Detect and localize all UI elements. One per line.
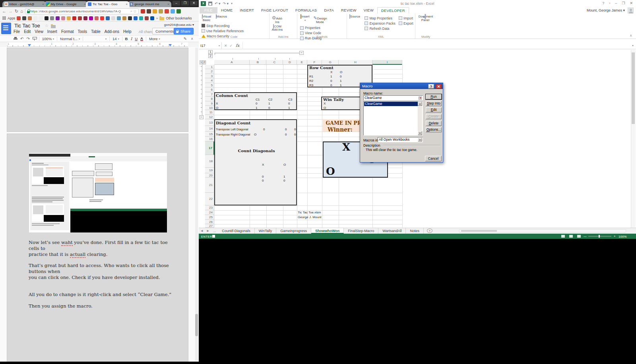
cell-value[interactable]: X xyxy=(262,163,264,167)
row-header-20[interactable]: 20 xyxy=(205,173,214,178)
cell-value[interactable]: 1 xyxy=(288,106,290,110)
file-name-cell[interactable]: Tic Tac Toe.xlsm xyxy=(298,211,321,214)
row-header-3[interactable]: 3 xyxy=(205,74,214,78)
bookmark-favicon[interactable] xyxy=(95,16,99,20)
extension-icon[interactable] xyxy=(153,9,157,14)
browser-tab[interactable]: MInbox - gxm204@× xyxy=(2,1,46,7)
extension-icon[interactable] xyxy=(171,9,175,14)
close-button[interactable]: ✕ xyxy=(630,1,633,5)
row-outline-level-1[interactable]: 1 xyxy=(200,60,203,64)
macro-name-input[interactable]: ClearGame xyxy=(363,95,423,101)
document-canvas[interactable]: Now let’s see waht you’ve done. First fi… xyxy=(0,47,199,362)
bookmark-favicon[interactable] xyxy=(50,16,54,20)
confirm-entry-icon[interactable]: ✓ xyxy=(230,44,233,48)
font-select[interactable]: ▾ xyxy=(86,37,107,40)
cancel-entry-icon[interactable]: ✕ xyxy=(224,44,227,48)
row-header-23[interactable]: 23 xyxy=(205,205,214,210)
row-header-15[interactable]: 15 xyxy=(205,132,214,137)
cell-value[interactable]: 0 xyxy=(330,83,332,87)
macros-in-select[interactable]: All Open Workbooks▼ xyxy=(378,137,423,142)
collapse-group-button[interactable]: − xyxy=(299,51,304,55)
new-sheet-button[interactable]: + xyxy=(427,228,432,233)
bookmark-favicon[interactable] xyxy=(111,16,115,20)
undo-icon[interactable]: ↶ xyxy=(20,37,23,41)
browser-tab[interactable]: My Drive - Google× xyxy=(44,1,88,7)
insert-control-button[interactable]: Insert▾ xyxy=(299,14,312,22)
row-label[interactable]: Transpose Right Diagonal xyxy=(216,133,250,136)
bookmark-favicon[interactable] xyxy=(78,16,82,20)
cell-value[interactable]: 0 xyxy=(283,179,285,182)
collapse-ribbon-icon[interactable]: ∧ xyxy=(630,34,632,37)
ribbon-tab-formulas[interactable]: FORMULAS xyxy=(292,7,320,14)
more-button[interactable]: More▾ xyxy=(149,37,160,41)
sheet-tab-finalstep-macro[interactable]: FinalStep-Macro xyxy=(344,228,378,234)
bookmark-star-icon[interactable]: ☆ xyxy=(133,9,137,14)
row-header-12[interactable]: 12 xyxy=(205,115,214,119)
bookmark-favicon[interactable] xyxy=(67,16,71,20)
dialog-close-button[interactable]: ✕ xyxy=(436,84,442,89)
forward-icon[interactable]: → xyxy=(8,9,13,14)
row-header-13[interactable]: 13 xyxy=(205,119,214,126)
home-icon[interactable]: ⌂ xyxy=(20,9,23,14)
paragraph[interactable]: All you do to change is it right-click a… xyxy=(29,292,174,298)
cell-value[interactable]: O xyxy=(254,133,256,136)
cell-value[interactable]: O xyxy=(283,163,286,167)
expand-formula-bar-icon[interactable]: ▾ xyxy=(630,44,636,47)
extension-icon[interactable] xyxy=(141,9,145,14)
outline-level-2-button[interactable]: 2 xyxy=(208,54,213,58)
row-label[interactable]: X xyxy=(216,102,218,105)
vertical-scrollbar-thumb[interactable] xyxy=(632,52,635,124)
author-cell[interactable]: George J. Mount xyxy=(298,215,322,219)
extension-icon[interactable] xyxy=(176,9,181,14)
document-page-1[interactable] xyxy=(7,48,188,132)
row-header-7[interactable]: 7 xyxy=(205,92,214,97)
bookmark-favicon[interactable] xyxy=(28,16,32,20)
bookmark-favicon[interactable] xyxy=(100,16,104,20)
text-color-button[interactable]: A xyxy=(140,37,143,41)
cell-value[interactable]: 0 xyxy=(340,75,341,78)
row-header-19[interactable]: 19 xyxy=(205,168,214,173)
ribbon-tab-review[interactable]: REVIEW xyxy=(337,7,360,14)
comments-button[interactable]: Comments xyxy=(152,28,177,35)
bookmark-favicon[interactable] xyxy=(39,16,43,20)
back-icon[interactable]: ← xyxy=(2,9,6,14)
cell-value[interactable]: 1 xyxy=(340,79,341,83)
extension-icon[interactable] xyxy=(165,9,169,14)
paragraph[interactable]: Then you assign the macro. xyxy=(29,303,174,309)
dialog-button-options-[interactable]: Options... xyxy=(426,127,442,132)
bookmark-favicon[interactable] xyxy=(56,16,60,20)
other-bookmarks[interactable]: Other bookmarks xyxy=(166,16,192,20)
cell-value[interactable]: 0 xyxy=(285,128,287,131)
sheet-scroll-left-icon[interactable]: ◀ xyxy=(199,228,205,234)
stop-recording-button[interactable]: Stop Recording xyxy=(202,23,244,28)
count-diagonals-title[interactable]: Count Diagonals xyxy=(215,149,298,153)
col-header[interactable]: C1 xyxy=(256,98,260,101)
export-button[interactable]: Export xyxy=(399,21,413,26)
collapse-menus-icon[interactable]: ∧ xyxy=(191,37,193,41)
document-panel-button[interactable]: Document Panel xyxy=(417,14,434,22)
maximize-button[interactable]: ❐ xyxy=(181,1,189,6)
apps-grid-icon[interactable] xyxy=(2,16,6,20)
refresh-data-button[interactable]: Refresh Data xyxy=(365,26,395,31)
avatar[interactable] xyxy=(628,8,634,14)
list-scrollbar[interactable]: ▲ ▼ xyxy=(418,102,422,135)
bookmark-favicon[interactable] xyxy=(33,16,37,20)
ribbon-tab-home[interactable]: HOME xyxy=(217,7,236,14)
bookmark-favicon[interactable] xyxy=(22,16,26,20)
sheet-scroll-right-icon[interactable]: ▶ xyxy=(205,228,211,234)
extension-icon[interactable] xyxy=(147,9,151,14)
cell-value[interactable]: 0 xyxy=(256,102,257,105)
tab-close-icon[interactable]: × xyxy=(126,2,128,6)
docs-logo-icon[interactable] xyxy=(1,23,11,34)
row-header-18[interactable]: 18 xyxy=(205,155,214,168)
sheet-tab-showwhowon[interactable]: ShowwhoWon xyxy=(311,228,344,234)
row-header-16[interactable]: 16 xyxy=(205,137,214,141)
row-header-27[interactable]: 27 xyxy=(205,224,214,228)
menu-item-view[interactable]: View xyxy=(35,29,43,34)
bold-button[interactable]: B xyxy=(125,37,128,41)
row-header-24[interactable]: 24 xyxy=(205,210,214,215)
bookmarks-overflow[interactable]: » xyxy=(156,16,158,20)
row-header-9[interactable]: 9 xyxy=(205,101,214,106)
board-cell-o-left[interactable]: O xyxy=(326,165,335,177)
design-mode-button[interactable]: ✎Design Mode xyxy=(313,14,326,24)
